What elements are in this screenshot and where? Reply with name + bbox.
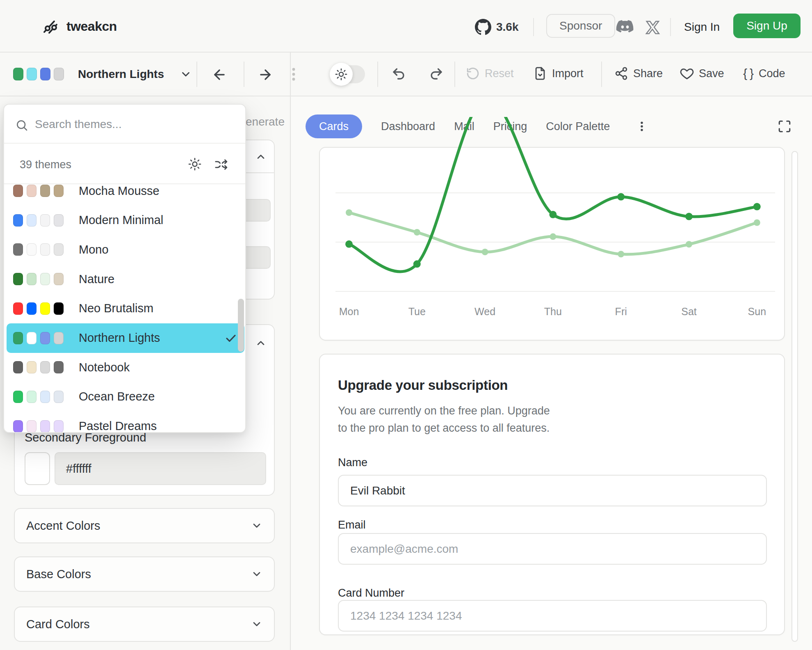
theme-option-ocean-breeze[interactable]: Ocean Breeze: [7, 382, 244, 412]
tab-mail[interactable]: Mail: [454, 120, 474, 133]
theme-swatch: [40, 214, 50, 227]
reset-icon: [466, 66, 480, 80]
reset-label: Reset: [485, 67, 514, 80]
light-mode-filter-button[interactable]: [188, 158, 201, 171]
theme-swatch: [54, 391, 64, 403]
theme-swatch: [13, 420, 23, 433]
theme-option-modern-minimal[interactable]: Modern Minimal: [7, 206, 244, 235]
history-forward-button[interactable]: [258, 67, 273, 82]
tab-color-palette[interactable]: Color Palette: [546, 120, 610, 133]
theme-option-label: Mono: [79, 243, 109, 256]
discord-icon[interactable]: [616, 19, 634, 34]
tab-cards[interactable]: Cards: [306, 114, 362, 138]
panel-divider[interactable]: [290, 53, 291, 650]
theme-option-mocha-mousse[interactable]: Mocha Mousse: [7, 176, 244, 206]
github-star-count: 3.6k: [496, 21, 519, 34]
x-logo-icon[interactable]: [645, 20, 660, 35]
history-back-button[interactable]: [212, 67, 227, 82]
collapse-section-button[interactable]: [255, 337, 267, 349]
tab-pricing[interactable]: Pricing: [493, 120, 527, 133]
upgrade-title: Upgrade your subscription: [338, 378, 508, 393]
save-button[interactable]: Save: [680, 66, 724, 80]
code-button[interactable]: { } Code: [743, 66, 785, 80]
theme-swatch: [27, 214, 36, 227]
dropdown-scrollbar-thumb[interactable]: [238, 299, 244, 352]
theme-count-label: 39 themes: [20, 158, 71, 171]
toolbar-divider: [377, 62, 378, 87]
email-input[interactable]: [338, 533, 767, 565]
reset-button[interactable]: Reset: [466, 66, 514, 80]
section-label: Card Colors: [26, 618, 90, 631]
random-theme-button[interactable]: [214, 158, 228, 172]
search-themes-input[interactable]: [35, 113, 215, 136]
share-icon: [614, 66, 628, 80]
theme-swatch: [13, 332, 23, 344]
sign-up-button[interactable]: Sign Up: [733, 14, 801, 38]
sign-up-label: Sign Up: [746, 19, 787, 32]
theme-swatch: [13, 273, 23, 285]
name-input[interactable]: [338, 475, 767, 506]
theme-swatch: [13, 361, 23, 373]
preview-scrollbar[interactable]: [791, 151, 798, 642]
card-number-input[interactable]: [338, 600, 767, 632]
heart-icon: [680, 66, 694, 80]
redo-button[interactable]: [429, 66, 444, 81]
chevron-down-icon: [251, 618, 262, 630]
theme-option-mono[interactable]: Mono: [7, 235, 244, 264]
sign-in-link[interactable]: Sign In: [684, 21, 720, 34]
github-icon: [475, 19, 491, 35]
github-stars[interactable]: 3.6k: [475, 18, 519, 36]
section-card-colors[interactable]: Card Colors: [14, 607, 275, 642]
theme-option-swatches: [13, 302, 67, 315]
theme-option-notebook[interactable]: Notebook: [7, 352, 244, 382]
theme-swatch: [40, 391, 50, 403]
header-divider: [670, 18, 671, 36]
upgrade-description: You are currently on the free plan. Upgr…: [338, 402, 550, 437]
theme-option-northern-lights[interactable]: Northern Lights: [7, 323, 244, 353]
generate-button-partial[interactable]: enerate: [246, 115, 285, 128]
panel-resize-handle[interactable]: [290, 66, 297, 82]
fullscreen-icon[interactable]: [778, 119, 791, 133]
theme-selector[interactable]: Northern Lights: [13, 53, 192, 96]
theme-swatch: [54, 302, 64, 315]
theme-swatch: [27, 273, 36, 285]
theme-swatch: [13, 243, 23, 256]
current-theme-name: Northern Lights: [78, 68, 164, 81]
theme-option-neo-brutalism[interactable]: Neo Brutalism: [7, 294, 244, 323]
theme-swatch: [27, 302, 36, 315]
more-options-button[interactable]: [636, 120, 648, 133]
theme-option-label: Pastel Dreams: [79, 419, 157, 433]
theme-option-pastel-dreams[interactable]: Pastel Dreams: [7, 412, 244, 433]
toolbar-divider: [454, 62, 455, 87]
theme-option-swatches: [13, 273, 67, 285]
section-accent-colors[interactable]: Accent Colors: [14, 508, 275, 543]
theme-swatch: [13, 391, 23, 403]
search-icon: [15, 119, 28, 132]
theme-swatch: [40, 185, 50, 197]
toolbar-divider: [244, 62, 244, 87]
theme-option-nature[interactable]: Nature: [7, 264, 244, 294]
color-swatch-button[interactable]: [25, 452, 50, 485]
section-base-colors[interactable]: Base Colors: [14, 556, 275, 592]
code-label: Code: [759, 67, 785, 80]
sponsor-button[interactable]: Sponsor: [546, 14, 615, 38]
theme-option-swatches: [13, 332, 67, 344]
collapse-section-button[interactable]: [255, 151, 267, 162]
share-button[interactable]: Share: [614, 66, 663, 80]
undo-button[interactable]: [391, 66, 406, 81]
hex-value: #ffffff: [66, 462, 91, 476]
tab-dashboard[interactable]: Dashboard: [381, 120, 435, 133]
theme-swatch: [54, 332, 64, 344]
theme-swatch: [54, 68, 64, 80]
import-button[interactable]: Import: [533, 66, 584, 80]
theme-mode-knob[interactable]: [330, 63, 353, 86]
theme-swatch: [13, 302, 23, 315]
check-icon: [224, 332, 237, 345]
theme-swatch: [27, 361, 36, 373]
theme-swatch: [54, 273, 64, 285]
secondary-foreground-value-input[interactable]: #ffffff: [55, 452, 266, 485]
tweakcn-app: tweakcn 3.6k Sponsor Sign In Sign Up: [0, 0, 812, 650]
section-label: Base Colors: [26, 568, 91, 581]
theme-swatch: [27, 420, 36, 433]
sun-icon: [335, 68, 347, 80]
